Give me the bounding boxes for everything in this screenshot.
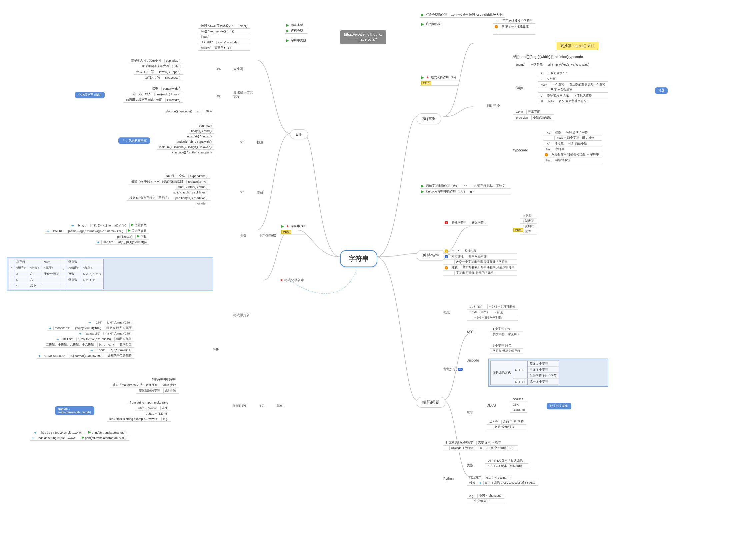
- row-uni2: 字符集 世界文学字符: [490, 349, 523, 354]
- lbl-aux: 辅助指令: [487, 103, 500, 108]
- row-subp: p=['kzc',18] 下标: [115, 234, 149, 240]
- lbl-p122: P122: [280, 230, 307, 235]
- row-strip: strip() / lstrip() / rstrip(): [175, 185, 210, 190]
- lbl-str-check: str.: [240, 140, 244, 144]
- row-subarg: ➜'kzc,18''{0[0]},{0[1]}'.format(p): [95, 240, 149, 245]
- row-join: join(iter): [194, 201, 210, 206]
- row-tcd: %d整数%2d 占两个字符: [543, 130, 602, 135]
- warn-icon: !: [445, 266, 448, 270]
- star-icon: ★: [280, 278, 284, 282]
- row-tce: %e科学计数法: [543, 158, 602, 163]
- row-eg: e.g.中国 = 'zhongguo': [467, 494, 504, 499]
- row-note: !注意单引号和双引号用法相同 均表示字符串: [443, 265, 517, 271]
- flag-icon: [286, 24, 289, 27]
- lbl-dbcs: DBCS: [487, 404, 496, 407]
- row-find: find(str) / rfind(): [189, 129, 215, 134]
- arrow-icon: ➜: [31, 436, 34, 440]
- row-deenc: decode() / encode()str.编码: [163, 109, 215, 114]
- row-fprec: precision小数点后精度: [513, 115, 554, 120]
- row-uniop: Unicode 字符串操作符（u/U）u' ': [420, 189, 511, 195]
- row-byte2: = 2^8 = 256 种可能性: [467, 315, 518, 320]
- star-icon: ★: [286, 224, 289, 228]
- row-gb1: GB2312: [510, 397, 527, 402]
- lbl-str1: str.: [217, 67, 221, 70]
- row-pyu8: UTF-8 3.X 版本「默认编码」: [485, 459, 528, 463]
- row-escn: \n 换行: [520, 213, 537, 218]
- row-index: index(str) / rindex(): [184, 134, 215, 139]
- node-features[interactable]: 独特特性: [417, 250, 445, 261]
- note-recommend-format: 更推荐 .format() 方法: [557, 42, 598, 50]
- row-p115: P115: [420, 81, 459, 86]
- lbl-change: 更改显示方式: [233, 90, 253, 95]
- lbl-hanzi: 汉字: [467, 410, 473, 415]
- row-strex: str = "this is string example....wow!!!"…: [107, 417, 171, 422]
- row-tcd2: %02d 占两个字符并用 0 补全: [543, 136, 602, 141]
- row-tcs1: !永远起作用 转换任何类型 → 字符串: [543, 152, 602, 158]
- row-pyasc: ASCII 2.X 版本「默认编码」: [485, 464, 528, 469]
- flag-icon: [128, 229, 131, 232]
- row-struni: 工厂函数str() & unicode(): [198, 40, 250, 45]
- row-seq2: !% 或 join() 性能更佳: [493, 24, 535, 29]
- lbl-eg: e.g.: [213, 347, 219, 351]
- lbl-p124: P124: [513, 228, 523, 232]
- row-comp: 计算机只能处理数字需要 文本 → 数字: [443, 440, 518, 446]
- row-byte: 1 byte（字节）= 8 bit: [467, 310, 518, 315]
- credit-url: https://woaielf.github.io/: [344, 32, 382, 37]
- row-tcf: %f浮点数%.2f 两位小数: [543, 141, 602, 146]
- row-prec1: ➜'321.33''{:.2f}'.format(321.33345)精度 & …: [55, 337, 134, 342]
- row-seq1: +可用来连接多个字符串: [493, 19, 535, 24]
- flag-icon: [286, 30, 289, 32]
- arrow-icon: ➜: [46, 230, 49, 233]
- lbl-fmtcls: ★ 格式化字符串: [280, 278, 304, 282]
- node-operators[interactable]: 操作符: [417, 113, 441, 124]
- pill-dbyte: 双字节字符集: [547, 403, 571, 409]
- node-encoding[interactable]: 编码问题: [417, 397, 445, 408]
- lbl-format: str.format(): [260, 234, 276, 237]
- row-split: split() / rsplit() / splitlines(): [171, 190, 210, 195]
- arrow-icon: ➜: [97, 241, 99, 244]
- flag-icon: [421, 185, 424, 187]
- row-conv: 转换➜UTF-8 编码 u'ABC'.encode('utf-8') 'ABC': [467, 481, 538, 486]
- lbl-case: 大小写: [233, 67, 243, 71]
- arrow-icon: ➜: [479, 481, 481, 485]
- row-num1: ➜'10001''{:b}'.format(17): [89, 348, 134, 353]
- row-tcs: %s字符串: [543, 147, 602, 152]
- flag-icon: [88, 431, 91, 433]
- row-spec: 指定方式e.g. # -*- coding: _*-: [467, 475, 538, 480]
- flag-icon: [286, 39, 289, 42]
- row-trans2: 通过「maketrans 方法」转换而来table 参数: [110, 383, 179, 388]
- row-seq3: ...: [493, 30, 535, 35]
- pill-optional: 可选: [655, 88, 668, 94]
- lbl-str-w: str.: [217, 94, 221, 98]
- credit-banner: https://woaielf.github.io/ —— made by ZY: [340, 30, 386, 44]
- lbl-unicode: Unicode: [467, 358, 479, 362]
- page-badge: 30: [458, 368, 463, 371]
- credit-author: —— made by ZY: [344, 37, 382, 42]
- root-node[interactable]: 字符串: [340, 250, 377, 267]
- row-numfmt: 二进制、十进制、八进制、十六进制b、d、o、x数字类型: [43, 342, 134, 348]
- row-replace: 创建（str 中的 a → A）的新对象后返回replace('a', 'A'): [128, 179, 210, 184]
- row-fsp2: 从而 与负数对齐: [538, 88, 608, 93]
- lbl-flags: flags: [515, 86, 523, 90]
- num-icon: 3: [445, 255, 448, 258]
- arrow-icon: ➜: [90, 349, 93, 352]
- row-multi: 2''' ... '''多行内容: [443, 248, 517, 254]
- star-icon: ★: [426, 76, 429, 79]
- lbl-width: 宽度: [233, 94, 240, 99]
- warn-icon: !: [495, 25, 498, 28]
- arrow-icon: ➜: [71, 224, 74, 227]
- warn-icon: !: [545, 153, 548, 157]
- row-esct: \t 制表符: [520, 219, 537, 224]
- lbl-kind: 类型: [467, 463, 473, 467]
- row-len: len() / enumerate() / zip(): [198, 29, 250, 34]
- row-thou: ➜'1,234,567,890''{:,}'.format(1234567890…: [37, 353, 134, 358]
- row-endsw: endswith(obj) / startswith(): [174, 139, 214, 144]
- node-bif[interactable]: BIF: [290, 130, 308, 139]
- row-zfill: 前面用 0 填充至 width 长度zfill(width): [123, 97, 183, 103]
- arrow-icon: ➜: [79, 332, 82, 335]
- row-asc2: 英文字符 + 常见符号: [490, 332, 523, 337]
- row-trans1: 转换字符串的字符: [149, 377, 179, 382]
- row-asc1: 1 个字节 8 位: [490, 327, 523, 332]
- row-fpct: %%%转义 表示普通字符 %: [538, 99, 608, 104]
- row-fmtop: ★格式化操作符（%）: [420, 75, 459, 80]
